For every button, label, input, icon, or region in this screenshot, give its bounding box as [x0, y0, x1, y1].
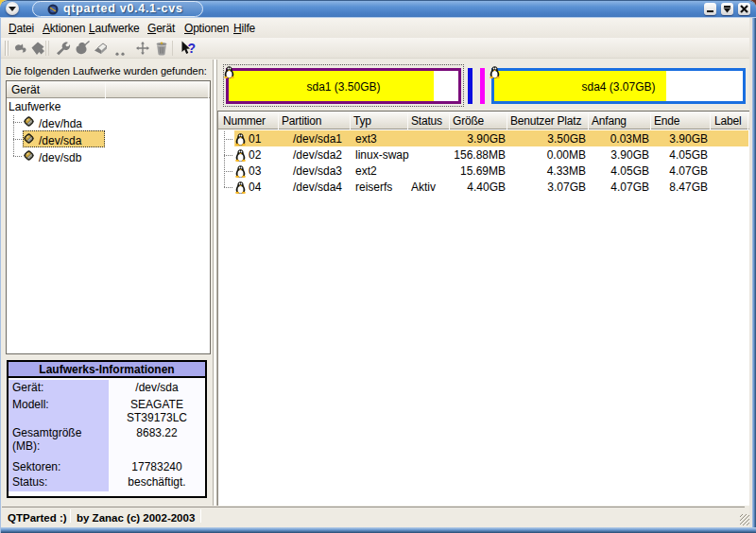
svg-text:?: ? [188, 41, 197, 56]
